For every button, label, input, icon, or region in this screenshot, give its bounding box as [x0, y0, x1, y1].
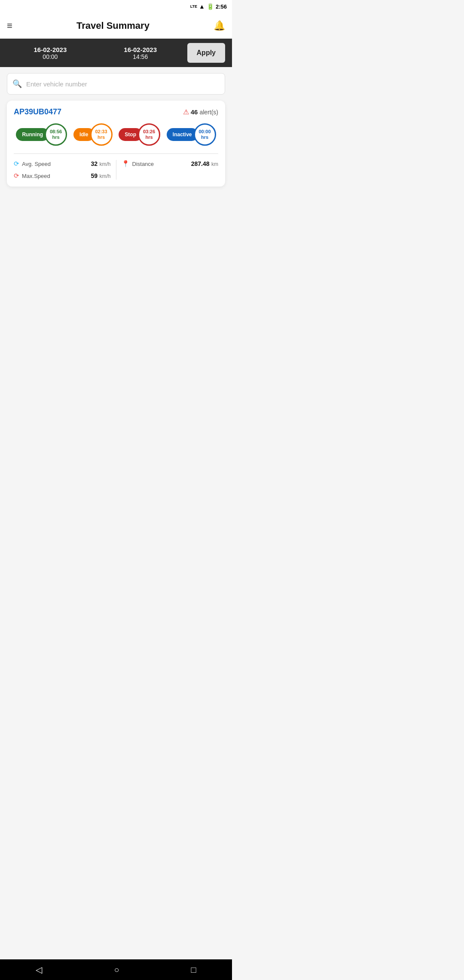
alert-badge: ⚠ 46 alert(s) — [183, 108, 218, 116]
stats-col-left: ⟳ Avg. Speed 32 km/h ⟳ Max.Speed 59 km/h — [14, 160, 116, 180]
bell-icon[interactable]: 🔔 — [214, 20, 225, 31]
card-divider — [14, 153, 218, 154]
search-container: 🔍 — [7, 73, 225, 95]
max-speed-icon: ⟳ — [14, 172, 19, 180]
avg-speed-value: 32 km/h — [91, 160, 110, 168]
avg-speed-text: Avg. Speed — [22, 161, 51, 167]
lte-icon: LTE — [190, 4, 197, 9]
idle-time: 02:33 hrs — [90, 123, 113, 146]
distance-text: Distance — [132, 161, 154, 167]
distance-label: 📍 Distance — [122, 160, 154, 168]
end-date: 16-02-2023 — [124, 46, 157, 53]
app-bar: ≡ Travel Summary 🔔 — [0, 13, 232, 39]
date-filter-bar: 16-02-2023 00:00 16-02-2023 14:56 Apply — [0, 39, 232, 67]
start-date: 16-02-2023 — [34, 46, 67, 53]
status-bar: LTE ▲ 🔋 2:56 — [0, 0, 232, 13]
status-pill-stop: Stop 03:26 hrs — [119, 123, 160, 146]
max-speed-label: ⟳ Max.Speed — [14, 172, 50, 180]
status-pill-inactive: Inactive 00:00 hrs — [167, 123, 216, 146]
alert-count: 46 — [191, 108, 198, 116]
alert-triangle-icon: ⚠ — [183, 108, 189, 116]
stats-row: ⟳ Avg. Speed 32 km/h ⟳ Max.Speed 59 km/h — [14, 160, 218, 180]
max-speed-value: 59 km/h — [91, 172, 110, 180]
max-speed-stat: ⟳ Max.Speed 59 km/h — [14, 172, 111, 180]
avg-speed-icon: ⟳ — [14, 160, 19, 168]
stats-col-right: 📍 Distance 287.48 km — [116, 160, 219, 180]
stop-time: 03:26 hrs — [138, 123, 160, 146]
inactive-time: 00:00 hrs — [194, 123, 216, 146]
end-time: 14:56 — [133, 53, 148, 60]
battery-icon: 🔋 — [207, 3, 214, 10]
avg-speed-label: ⟳ Avg. Speed — [14, 160, 51, 168]
status-row: Running 08:56 hrs Idle 02:33 hrs Stop 03… — [14, 123, 218, 146]
max-speed-text: Max.Speed — [22, 173, 50, 179]
status-pill-idle: Idle 02:33 hrs — [73, 123, 113, 146]
start-date-block[interactable]: 16-02-2023 00:00 — [7, 46, 94, 60]
signal-icon: ▲ — [199, 3, 205, 10]
hamburger-icon[interactable]: ≡ — [7, 20, 12, 31]
page-title: Travel Summary — [76, 20, 150, 31]
start-time: 00:00 — [43, 53, 58, 60]
distance-icon: 📍 — [122, 160, 130, 168]
inactive-label: Inactive — [167, 128, 198, 141]
status-time: 2:56 — [216, 3, 227, 10]
card-header: AP39UB0477 ⚠ 46 alert(s) — [14, 107, 218, 116]
status-pill-running: Running 08:56 hrs — [16, 123, 67, 146]
running-label: Running — [16, 128, 49, 141]
vehicle-card: AP39UB0477 ⚠ 46 alert(s) Running 08:56 h… — [7, 101, 225, 187]
end-date-block[interactable]: 16-02-2023 14:56 — [97, 46, 184, 60]
apply-button[interactable]: Apply — [187, 43, 225, 63]
search-icon: 🔍 — [12, 79, 22, 89]
distance-value: 287.48 km — [191, 160, 218, 168]
search-input[interactable] — [26, 80, 220, 88]
avg-speed-stat: ⟳ Avg. Speed 32 km/h — [14, 160, 111, 168]
distance-stat: 📍 Distance 287.48 km — [122, 160, 219, 168]
status-icons: LTE ▲ 🔋 2:56 — [190, 3, 227, 10]
vehicle-id: AP39UB0477 — [14, 107, 61, 116]
running-time: 08:56 hrs — [45, 123, 67, 146]
alert-label: alert(s) — [199, 109, 218, 116]
